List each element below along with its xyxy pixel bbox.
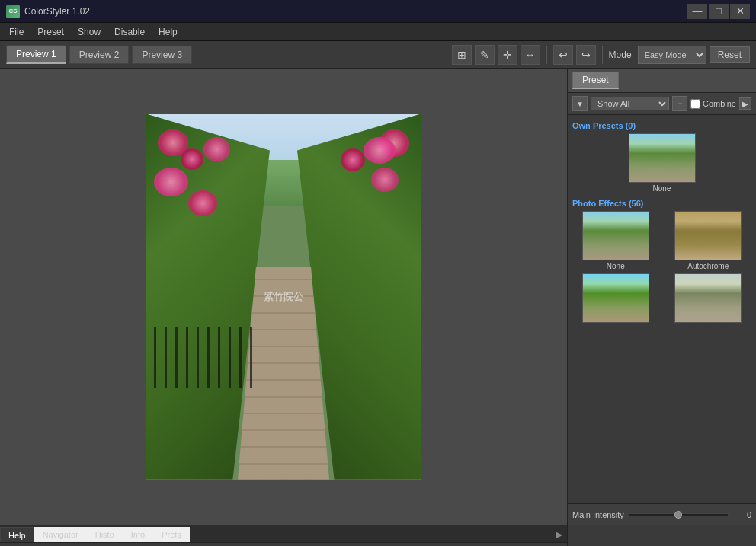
preset-tab-button[interactable]: Preset: [572, 72, 619, 89]
own-presets-row: None: [571, 133, 753, 193]
preset-item-effect4[interactable]: [664, 273, 754, 324]
app-logo: CS: [6, 5, 20, 18]
thumb-effect4-img: [675, 274, 741, 322]
menu-show[interactable]: Show: [72, 25, 107, 39]
photo-effects-header: Photo Effects (56): [571, 196, 753, 211]
preset-thumb-none-own: [629, 133, 696, 183]
thumb-none-img: [583, 212, 649, 260]
photo-effects-row1: None Autochrome: [571, 211, 753, 270]
preview1-tab[interactable]: Preview 1: [6, 45, 66, 64]
tab-histo[interactable]: Histo: [87, 527, 123, 542]
thumb-garden-img: [629, 134, 695, 182]
preset-thumb-autochrome: [674, 211, 742, 260]
maximize-button[interactable]: □: [709, 4, 729, 19]
intensity-label: Main Intensity: [572, 510, 624, 519]
garden-photo: 紫竹院公: [146, 114, 421, 480]
preset-minus-button[interactable]: −: [672, 96, 687, 111]
preset-label-autochrome: Autochrome: [687, 262, 729, 270]
close-button[interactable]: ✕: [730, 4, 750, 19]
menu-preset[interactable]: Preset: [31, 25, 70, 39]
tab-info[interactable]: Info: [123, 527, 153, 542]
intensity-row: Main Intensity 0: [568, 503, 756, 525]
menu-disable[interactable]: Disable: [108, 25, 151, 39]
menubar-left: File Preset Show Disable Help: [3, 25, 184, 39]
preset-item-none[interactable]: None: [571, 211, 661, 270]
menu-file[interactable]: File: [3, 25, 30, 39]
reset-button[interactable]: Reset: [710, 46, 750, 63]
bottom-panel-arrow[interactable]: ▶: [551, 527, 567, 542]
flowers-right: [325, 126, 417, 263]
tab-prefs[interactable]: Prefs: [153, 527, 190, 542]
panel-expand-arrow[interactable]: ▶: [739, 97, 751, 110]
undo-button[interactable]: ↩: [553, 45, 573, 65]
logo-text: CS: [8, 8, 17, 14]
preset-thumb-none: [582, 211, 649, 260]
preset-item-none-own[interactable]: None: [571, 133, 753, 193]
intensity-track[interactable]: [629, 513, 729, 516]
toolbar-separator2: [602, 46, 603, 64]
app-title: ColorStyler 1.02: [24, 6, 90, 17]
own-presets-title: Own Presets (0): [572, 121, 636, 130]
bottom-panel-outer: Help Navigator Histo Info Prefs ▶ If the…: [0, 525, 756, 546]
right-panel: Preset ▼ Show All Own Presets Photo Effe…: [567, 69, 756, 525]
flowers-left: [150, 129, 242, 282]
thumb-effect3-img: [583, 274, 649, 322]
canvas-area[interactable]: 紫竹院公: [0, 69, 567, 525]
mode-select[interactable]: Easy Mode Expert Mode: [638, 46, 706, 64]
preset-label-none: None: [607, 262, 625, 270]
preset-thumb-effect4: [674, 273, 742, 323]
grid-tool-button[interactable]: ⊞: [452, 45, 472, 65]
titlebar-left: CS ColorStyler 1.02: [6, 5, 90, 18]
tab-navigator[interactable]: Navigator: [34, 527, 87, 542]
filter-dropdown[interactable]: Show All Own Presets Photo Effects: [591, 97, 669, 110]
toolbar-separator: [546, 46, 547, 64]
preset-header: Preset: [568, 69, 756, 93]
redo-button[interactable]: ↪: [576, 45, 596, 65]
main-layout: 紫竹院公 Preset ▼ Show All Own Presets Photo…: [0, 69, 756, 525]
titlebar: CS ColorStyler 1.02 — □ ✕: [0, 0, 756, 23]
menubar: File Preset Show Disable Help: [0, 23, 756, 41]
titlebar-controls: — □ ✕: [687, 4, 750, 19]
combine-label: Combine: [703, 99, 736, 108]
photo-container: 紫竹院公: [146, 114, 421, 480]
filter-dropdown-arrow[interactable]: ▼: [572, 96, 588, 111]
cross-tool-button[interactable]: ✛: [498, 45, 517, 65]
preset-controls: ▼ Show All Own Presets Photo Effects − C…: [568, 93, 756, 115]
preset-grid[interactable]: Own Presets (0) None Photo Effects (56): [568, 115, 756, 503]
preview2-tab[interactable]: Preview 2: [69, 46, 130, 64]
preset-item-autochrome[interactable]: Autochrome: [664, 211, 754, 270]
preview3-tab[interactable]: Preview 3: [132, 46, 192, 64]
tab-help[interactable]: Help: [0, 527, 34, 542]
own-presets-header: Own Presets (0): [571, 118, 753, 133]
intensity-thumb[interactable]: [674, 511, 682, 519]
combine-checkbox-group: Combine: [690, 99, 736, 109]
preset-thumb-effect3: [582, 273, 649, 323]
minimize-button[interactable]: —: [687, 4, 707, 19]
bottom-left: Help Navigator Histo Info Prefs ▶ If the…: [0, 525, 567, 546]
bottom-tabs: Help Navigator Histo Info Prefs ▶: [0, 525, 567, 543]
thumb-autochrome-img: [675, 212, 741, 260]
photo-effects-row2: [571, 273, 753, 324]
toolbar: Preview 1 Preview 2 Preview 3 ⊞ ✎ ✛ ↔ ↩ …: [0, 41, 756, 69]
bottom-right-panel: [567, 525, 756, 546]
preset-label-none-own: None: [653, 184, 671, 193]
menu-help[interactable]: Help: [152, 25, 184, 39]
intensity-value: 0: [733, 510, 751, 519]
arrow-tool-button[interactable]: ↔: [521, 45, 540, 65]
combine-checkbox[interactable]: [690, 99, 700, 109]
mode-label: Mode: [609, 49, 632, 60]
fence: [154, 327, 261, 388]
pencil-tool-button[interactable]: ✎: [475, 45, 495, 65]
bottom-content: If the hand tool is activated, use the l…: [0, 543, 567, 546]
preset-item-effect3[interactable]: [571, 273, 661, 324]
photo-effects-title: Photo Effects (56): [572, 199, 644, 208]
